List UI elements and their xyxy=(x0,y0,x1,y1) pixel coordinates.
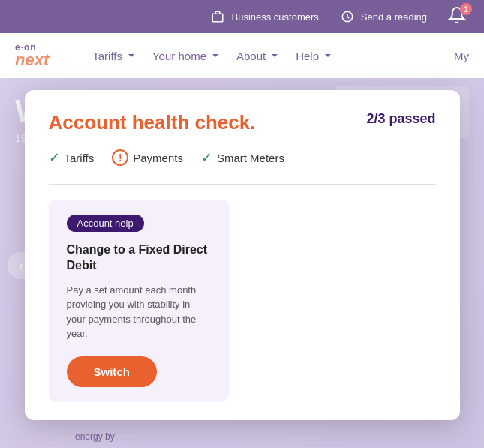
check-smart-meters-label: Smart Meters xyxy=(217,152,284,164)
check-payments-label: Payments xyxy=(133,152,183,164)
switch-button[interactable]: Switch xyxy=(67,356,157,387)
check-smart-meters: ✓ Smart Meters xyxy=(201,149,284,166)
check-payments: ! Payments xyxy=(112,149,183,166)
check-smart-meters-icon: ✓ xyxy=(201,149,212,166)
account-card: Account help Change to a Fixed Direct De… xyxy=(49,200,229,402)
check-payments-icon: ! xyxy=(112,149,128,166)
check-tariffs: ✓ Tariffs xyxy=(49,149,95,166)
check-tariffs-icon: ✓ xyxy=(49,149,60,166)
modal-overlay: Account health check. 2/3 passed ✓ Tarif… xyxy=(0,0,484,448)
modal-score: 2/3 passed xyxy=(366,111,435,127)
modal: Account health check. 2/3 passed ✓ Tarif… xyxy=(25,90,460,420)
modal-header: Account health check. 2/3 passed xyxy=(49,111,436,134)
modal-divider xyxy=(49,184,436,185)
account-help-badge: Account help xyxy=(67,215,144,232)
check-tariffs-label: Tariffs xyxy=(65,152,95,164)
modal-checks: ✓ Tariffs ! Payments ✓ Smart Meters xyxy=(49,149,436,166)
card-title: Change to a Fixed Direct Debit xyxy=(67,242,211,274)
modal-title: Account health check. xyxy=(49,111,256,134)
card-description: Pay a set amount each month providing yo… xyxy=(67,283,211,341)
